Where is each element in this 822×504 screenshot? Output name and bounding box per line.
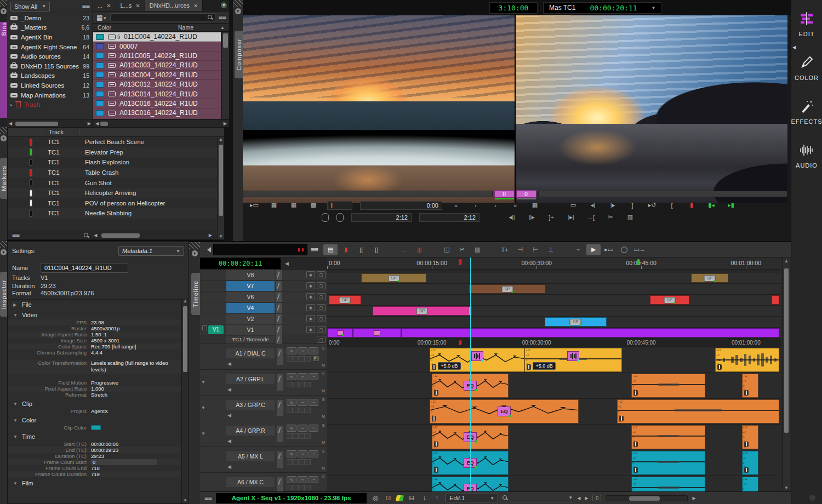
audio-lane-a5[interactable]: +12+60-6-15EQ+12+60-6-15+12+60-6-15 — [327, 450, 781, 476]
play-to-out-button[interactable]: |▸| — [565, 214, 577, 221]
duplicate-button[interactable]: ◫ — [439, 244, 454, 255]
marker-row[interactable]: TC1Gun Shot — [8, 177, 224, 188]
gain-tool-icon[interactable] — [744, 442, 749, 447]
audio-lane-a6[interactable]: +12+60-6-15EQ+12+60-6-15+12+60-6-15 — [327, 476, 781, 491]
expand-track-icon[interactable]: ▼ — [201, 431, 206, 436]
panel-menu-icon[interactable]: ▼ — [235, 8, 241, 14]
gain-tool-icon[interactable] — [717, 364, 722, 370]
speaker-icon[interactable]: ◀ — [227, 438, 231, 444]
timeline-panel-strip[interactable]: ▼ Timeline — [189, 242, 200, 504]
track-select-button[interactable]: V2 — [226, 314, 275, 324]
video-clip[interactable] — [401, 328, 779, 337]
extend-in-button[interactable]: →[ — [585, 214, 597, 221]
automation-toggle[interactable]: ⌁ — [298, 450, 307, 457]
triangle-down-icon[interactable]: ▼ — [13, 418, 18, 423]
markers-fast-menu-icon[interactable]: ≡≡ — [12, 231, 19, 239]
expand-track-icon[interactable]: ▼ — [201, 380, 206, 385]
track-tool-icon[interactable] — [276, 281, 282, 291]
close-icon[interactable]: ✕ — [106, 3, 111, 9]
step-back-2-button[interactable]: ◂|| — [506, 214, 518, 221]
clock-toggle[interactable]: ◔ — [309, 347, 318, 354]
clip-row[interactable]: 00007 — [93, 42, 221, 51]
step-back-1-button[interactable]: ◂| — [587, 202, 599, 209]
monitor-icon[interactable]: ◉ — [306, 315, 315, 322]
track-lock-toggle[interactable]: ▢ — [317, 326, 326, 333]
track-lock-toggle[interactable]: ▢ — [317, 271, 326, 278]
automation-toggle[interactable]: ⌁ — [298, 399, 307, 406]
solo-button[interactable]: S — [321, 398, 326, 402]
video-track-header[interactable]: V6◉▢ — [200, 291, 327, 302]
sync-lock-toggle[interactable] — [202, 325, 207, 330]
page-down-icon[interactable]: ↓ — [420, 494, 429, 502]
audio-lane-a2[interactable]: +12+60-6-15EQ+12+60-6-15+12+60-6-15 — [327, 373, 781, 399]
track-lock-toggle[interactable]: ▢ — [317, 304, 326, 311]
speaker-icon[interactable]: ◀ — [227, 413, 231, 418]
audiosuite-plugin-badge[interactable] — [567, 351, 579, 361]
clip-color-chip[interactable] — [96, 110, 104, 116]
track-select-button[interactable]: V6 — [226, 292, 275, 302]
video-lane-v2[interactable]: SP — [327, 317, 781, 328]
panel-drag-handle[interactable] — [0, 0, 7, 7]
audio-track-header[interactable]: ▼A4 / GRP.R◀∿⌁◔SM — [200, 421, 327, 447]
audio-clip[interactable]: +12+60-6-15 — [631, 451, 705, 475]
audio-clip[interactable]: +12+60-6-15 — [631, 425, 705, 449]
triangle-down-icon[interactable]: ▼ — [13, 313, 18, 318]
extract-button[interactable]: ||| — [412, 244, 426, 255]
audio-clip[interactable]: +12+60-6-15 — [715, 348, 779, 372]
solo-button[interactable]: S — [321, 346, 326, 350]
clip-color-chip[interactable] — [96, 82, 104, 88]
solo-button[interactable]: S — [321, 449, 326, 453]
video-lane-v7[interactable]: SP — [327, 284, 781, 295]
track-select-button[interactable]: V1 — [226, 325, 275, 335]
step-back-button[interactable]: ‹ — [470, 202, 482, 209]
cut-button[interactable]: ✂ — [455, 244, 469, 255]
scroll-up-icon[interactable]: ▲ — [218, 137, 224, 142]
step-left-icon[interactable]: ◀ — [577, 496, 580, 501]
trim-right-button[interactable]: ⊢ — [528, 244, 543, 255]
panel-drag-handle[interactable] — [0, 241, 7, 248]
timecode-entry-display[interactable]: ▮▮ — [213, 244, 307, 255]
eq-effect-badge[interactable]: EQ — [498, 406, 511, 416]
marker-row[interactable]: TC1Needle Stabbing — [8, 208, 224, 219]
section-header-color[interactable]: ▼Color — [8, 416, 181, 425]
scroll-up-icon[interactable]: ▲ — [182, 299, 189, 303]
video-clip[interactable]: SP — [545, 317, 606, 327]
clip-color-chip[interactable] — [96, 43, 104, 49]
timeline-search-input[interactable]: ▼ — [503, 494, 573, 502]
track-tool-icon[interactable] — [277, 426, 283, 442]
video-lane-v1[interactable] — [327, 328, 781, 339]
timeline-fast-menu-icon[interactable]: ≡≡ — [311, 245, 318, 254]
audio-clip[interactable]: +12+60-6-15 — [631, 477, 705, 491]
section-header-clip[interactable]: ▼Clip — [8, 399, 181, 408]
audio-clip[interactable]: +12+60-6-15 — [742, 374, 759, 398]
marker-row[interactable]: TC1Perfect Beach Scene — [8, 137, 224, 147]
workspace-color[interactable]: COLOR — [791, 56, 822, 81]
clock-toggle[interactable]: ◔ — [309, 476, 318, 483]
gain-tool-icon[interactable] — [434, 442, 438, 447]
extend-out-button[interactable]: ]+ — [545, 214, 557, 221]
scrollbar-thumb[interactable] — [784, 268, 789, 433]
gain-tool-icon[interactable] — [432, 364, 436, 370]
track-select-button[interactable]: A2 / GRP.L — [226, 374, 275, 384]
speaker-icon[interactable]: ◀ — [227, 361, 231, 366]
effect-badge[interactable]: SP — [388, 275, 399, 282]
scroll-right-icon[interactable]: ▶ — [209, 233, 212, 238]
expand-icon[interactable]: ▸ — [10, 102, 13, 107]
overwrite-button[interactable]: [] — [369, 244, 384, 255]
automation-toggle[interactable]: ⌁ — [298, 373, 307, 380]
track-tool-icon[interactable] — [277, 451, 283, 468]
bin-row[interactable]: Landscapes15 — [7, 71, 93, 81]
video-clip[interactable]: SP — [361, 273, 426, 283]
effect-badge[interactable]: SP — [416, 308, 428, 314]
video-clip[interactable]: SP — [373, 306, 472, 316]
gain-tool-icon[interactable] — [744, 467, 749, 473]
page-up-icon[interactable]: ↑ — [432, 494, 441, 502]
step-fwd-1-button[interactable]: |▸ — [607, 202, 619, 209]
monitor-icon[interactable]: ◉ — [306, 304, 315, 311]
video-clip[interactable]: SP — [329, 295, 362, 305]
source-position-bar[interactable] — [243, 191, 493, 197]
scrollbar-thumb[interactable] — [15, 122, 58, 126]
video-lane-v4[interactable]: SP — [327, 306, 781, 317]
effect-badge[interactable]: SP — [501, 286, 513, 293]
fast-forward-button[interactable]: » — [509, 202, 521, 209]
